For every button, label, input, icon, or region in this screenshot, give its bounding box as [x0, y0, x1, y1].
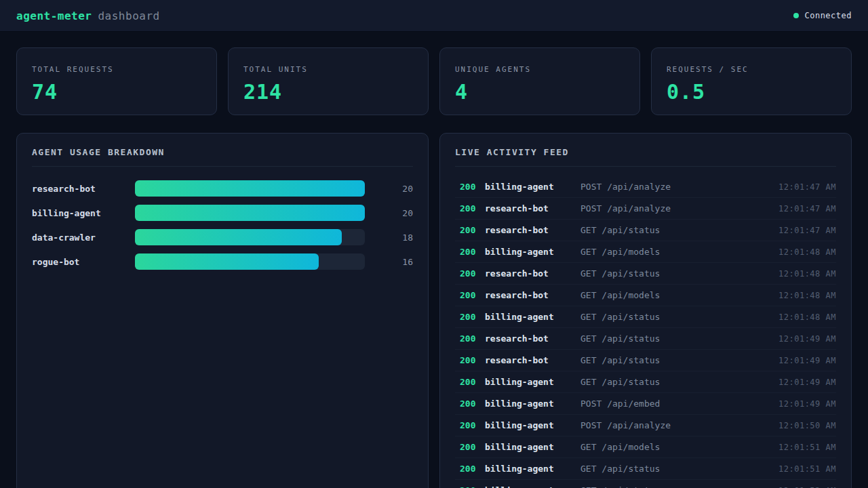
feed-panel-title: LIVE ACTIVITY FEED	[455, 147, 836, 157]
feed-timestamp: 12:01:48 AM	[778, 312, 836, 322]
stat-label: TOTAL REQUESTS	[32, 65, 201, 74]
status-code: 200	[460, 203, 485, 214]
feed-agent-name: research-bot	[485, 290, 580, 300]
feed-agent-name: billing-agent	[485, 182, 580, 192]
usage-bars: research-bot 20 billing-agent 20 data-cr…	[32, 176, 413, 274]
feed-agent-name: research-bot	[485, 333, 580, 344]
feed-timestamp: 12:01:47 AM	[778, 226, 836, 235]
status-code: 200	[460, 247, 485, 257]
stat-card: TOTAL UNITS 214	[228, 47, 429, 115]
feed-agent-name: billing-agent	[485, 377, 580, 387]
stat-card: REQUESTS / SEC 0.5	[651, 47, 852, 115]
usage-panel: AGENT USAGE BREAKDOWN research-bot 20 bi…	[16, 133, 429, 488]
status-code: 200	[460, 420, 485, 430]
feed-agent-name: research-bot	[485, 355, 580, 365]
feed-row: 200 billing-agent GET /api/models 12:01:…	[455, 436, 836, 458]
status-code: 200	[460, 377, 485, 387]
feed-request: GET /api/models	[580, 247, 778, 257]
feed-agent-name: billing-agent	[485, 247, 580, 257]
feed-agent-name: research-bot	[485, 225, 580, 235]
feed-agent-name: billing-agent	[485, 312, 580, 322]
agent-name-label: research-bot	[32, 184, 135, 194]
stat-value: 74	[32, 80, 201, 104]
feed-timestamp: 12:01:52 AM	[778, 486, 836, 488]
stat-value: 4	[455, 80, 625, 104]
usage-bar-row: research-bot 20	[32, 176, 413, 201]
feed-request: POST /api/embed	[580, 399, 778, 409]
app-header: agent-meterdashboard Connected	[0, 0, 868, 32]
status-code: 200	[460, 333, 485, 344]
feed-row: 200 research-bot GET /api/status 12:01:4…	[455, 328, 836, 350]
status-dot-icon	[793, 13, 799, 18]
feed-timestamp: 12:01:47 AM	[778, 204, 836, 214]
usage-bar-row: rogue-bot 16	[32, 249, 413, 274]
feed-row: 200 billing-agent POST /api/analyze 12:0…	[455, 176, 836, 198]
feed-request: GET /api/models	[580, 290, 778, 300]
feed-agent-name: billing-agent	[485, 442, 580, 452]
status-code: 200	[460, 225, 485, 235]
brand-name: agent-meter	[16, 9, 92, 22]
usage-bar-row: data-crawler 18	[32, 225, 413, 249]
feed-timestamp: 12:01:49 AM	[778, 356, 836, 365]
feed-timestamp: 12:01:50 AM	[778, 421, 836, 430]
usage-bar-fill	[135, 253, 319, 270]
panels-row: AGENT USAGE BREAKDOWN research-bot 20 bi…	[16, 133, 852, 488]
stat-value: 0.5	[667, 80, 836, 104]
feed-timestamp: 12:01:48 AM	[778, 291, 836, 300]
feed-timestamp: 12:01:48 AM	[778, 269, 836, 279]
status-code: 200	[460, 312, 485, 322]
app-title: agent-meterdashboard	[16, 9, 160, 22]
feed-agent-name: billing-agent	[485, 485, 580, 488]
feed-panel: LIVE ACTIVITY FEED 200 billing-agent POS…	[439, 133, 852, 488]
stat-label: UNIQUE AGENTS	[455, 65, 625, 74]
usage-bar-track	[135, 229, 365, 245]
feed-request: POST /api/analyze	[580, 203, 778, 214]
usage-bar-value: 18	[365, 232, 413, 243]
status-code: 200	[460, 485, 485, 488]
feed-timestamp: 12:01:51 AM	[778, 464, 836, 474]
feed-row: 200 research-bot GET /api/status 12:01:4…	[455, 220, 836, 241]
feed-timestamp: 12:01:48 AM	[778, 247, 836, 257]
agent-name-label: rogue-bot	[32, 257, 135, 267]
feed-row: 200 billing-agent GET /api/status 12:01:…	[455, 458, 836, 480]
feed-agent-name: billing-agent	[485, 420, 580, 430]
feed-row: 200 billing-agent POST /api/analyze 12:0…	[455, 415, 836, 436]
feed-row: 200 research-bot POST /api/analyze 12:01…	[455, 198, 836, 220]
stat-label: TOTAL UNITS	[243, 65, 413, 74]
feed-request: GET /api/status	[580, 377, 778, 387]
status-code: 200	[460, 182, 485, 192]
feed-row: 200 research-bot GET /api/status 12:01:4…	[455, 350, 836, 371]
page-title: dashboard	[98, 9, 159, 22]
feed-row: 200 billing-agent GET /api/models 12:01:…	[455, 241, 836, 263]
connection-status-label: Connected	[804, 11, 852, 20]
feed-agent-name: billing-agent	[485, 399, 580, 409]
usage-panel-title: AGENT USAGE BREAKDOWN	[32, 147, 413, 157]
status-code: 200	[460, 442, 485, 452]
stat-card: UNIQUE AGENTS 4	[439, 47, 640, 115]
feed-agent-name: research-bot	[485, 203, 580, 214]
feed-row: 200 research-bot GET /api/models 12:01:4…	[455, 285, 836, 306]
feed-row: 200 billing-agent POST /api/embed 12:01:…	[455, 393, 836, 415]
feed-timestamp: 12:01:47 AM	[778, 182, 836, 192]
feed-list[interactable]: 200 billing-agent POST /api/analyze 12:0…	[455, 176, 836, 488]
feed-row: 200 billing-agent GET /api/status 12:01:…	[455, 480, 836, 488]
usage-bar-value: 20	[365, 208, 413, 218]
status-code: 200	[460, 290, 485, 300]
feed-timestamp: 12:01:49 AM	[778, 334, 836, 344]
status-code: 200	[460, 355, 485, 365]
agent-name-label: data-crawler	[32, 232, 135, 243]
feed-row: 200 billing-agent GET /api/status 12:01:…	[455, 371, 836, 393]
feed-request: GET /api/status	[580, 312, 778, 322]
usage-bar-row: billing-agent 20	[32, 201, 413, 225]
feed-request: GET /api/status	[580, 355, 778, 365]
usage-bar-fill	[135, 229, 342, 245]
feed-request: POST /api/analyze	[580, 182, 778, 192]
usage-bar-fill	[135, 205, 365, 221]
feed-request: GET /api/status	[580, 485, 778, 488]
dashboard-main: TOTAL REQUESTS 74 TOTAL UNITS 214 UNIQUE…	[0, 32, 868, 488]
usage-bar-track	[135, 253, 365, 270]
feed-request: GET /api/status	[580, 464, 778, 474]
status-code: 200	[460, 464, 485, 474]
feed-request: POST /api/analyze	[580, 420, 778, 430]
status-code: 200	[460, 268, 485, 279]
